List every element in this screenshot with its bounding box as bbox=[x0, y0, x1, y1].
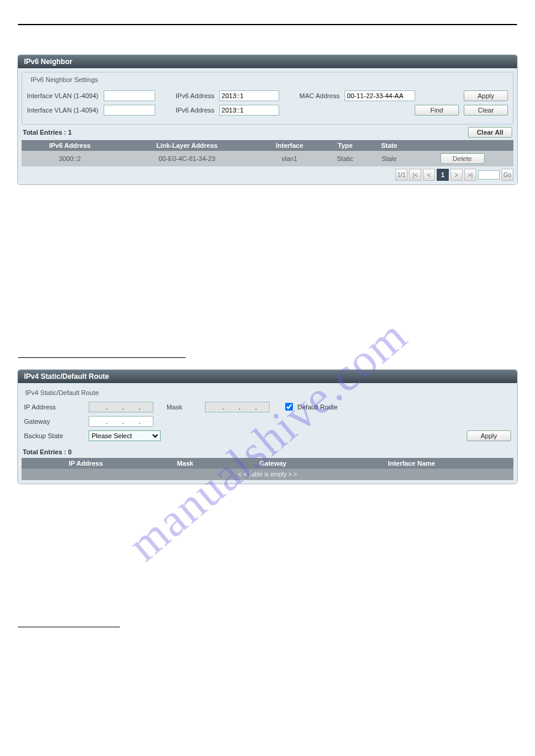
mask-label: Mask bbox=[167, 403, 182, 411]
section-underline-2 bbox=[18, 626, 120, 627]
th-if: Interface bbox=[256, 140, 323, 151]
mac-label: MAC Address bbox=[300, 92, 340, 99]
cell-ll: 00-E0-4C-81-34-23 bbox=[118, 151, 256, 166]
neighbor-table: IPv6 Address Link-Layer Address Interfac… bbox=[22, 140, 513, 166]
page-last-button[interactable]: >| bbox=[464, 169, 476, 181]
default-route-checkbox[interactable]: Default Route bbox=[283, 401, 337, 412]
apply-button-2[interactable]: Apply bbox=[467, 430, 511, 441]
vlan-input[interactable] bbox=[104, 90, 155, 101]
vlan-label-2: Interface VLAN (1-4094) bbox=[27, 107, 99, 114]
fieldset-title-2: IPv4 Static/Default Route bbox=[25, 389, 510, 396]
total-line-2: Total Entries : 0 bbox=[23, 448, 512, 456]
th-action bbox=[411, 140, 513, 151]
panel-body: IPv6 Neighbor Settings Interface VLAN (1… bbox=[18, 68, 517, 184]
cell-type: Static bbox=[323, 151, 367, 166]
ipv6-input[interactable] bbox=[219, 90, 279, 101]
gateway-input[interactable] bbox=[89, 416, 153, 427]
total-line: Total Entries : 1 Clear All bbox=[23, 127, 512, 138]
th-type: Type bbox=[323, 140, 367, 151]
total-entries-2: Total Entries : 0 bbox=[23, 448, 72, 456]
pagination: 1/1 |< < 1 > >| Go bbox=[22, 169, 513, 181]
delete-button[interactable]: Delete bbox=[440, 153, 485, 164]
clear-button[interactable]: Clear bbox=[464, 105, 508, 116]
default-route-checkbox-input[interactable] bbox=[285, 403, 293, 411]
vlan-label: Interface VLAN (1-4094) bbox=[27, 92, 99, 99]
page-go-button[interactable]: Go bbox=[501, 169, 513, 181]
page-current[interactable]: 1 bbox=[437, 169, 449, 181]
cell-ipv6: 3000::2 bbox=[22, 151, 118, 166]
backup-label: Backup State bbox=[24, 432, 84, 439]
page-info: 1/1 bbox=[395, 169, 407, 181]
mask-input[interactable] bbox=[205, 402, 270, 412]
empty-row: < < Table is empty > > bbox=[22, 469, 513, 480]
ip-input[interactable] bbox=[89, 402, 153, 412]
cell-action: Delete bbox=[411, 151, 513, 166]
th-gateway: Gateway bbox=[220, 458, 326, 469]
page-next-button[interactable]: > bbox=[451, 169, 463, 181]
vlan-input-2[interactable] bbox=[104, 105, 155, 116]
page-first-button[interactable]: |< bbox=[409, 169, 421, 181]
backup-select[interactable]: Please Select bbox=[89, 430, 161, 441]
ipv6-neighbor-fieldset: IPv6 Neighbor Settings Interface VLAN (1… bbox=[22, 72, 513, 125]
th-ip: IP Address bbox=[22, 458, 150, 469]
panel-title-2: IPv4 Static/Default Route bbox=[18, 370, 517, 383]
gateway-row: Gateway bbox=[24, 416, 511, 427]
panel-title: IPv6 Neighbor bbox=[18, 55, 517, 68]
top-rule bbox=[18, 24, 517, 25]
cell-state: Stale bbox=[367, 151, 411, 166]
th-ll: Link-Layer Address bbox=[118, 140, 256, 151]
route-table: IP Address Mask Gateway Interface Name <… bbox=[22, 458, 513, 480]
ipv6-label-2: IPv6 Address bbox=[176, 107, 214, 114]
page-prev-button[interactable]: < bbox=[423, 169, 435, 181]
backup-row: Backup State Please Select Apply bbox=[24, 430, 511, 441]
total-entries: Total Entries : 1 bbox=[23, 129, 72, 136]
ipv6-input-2[interactable] bbox=[219, 105, 279, 116]
gateway-label: Gateway bbox=[24, 418, 84, 425]
empty-cell: < < Table is empty > > bbox=[22, 469, 513, 480]
find-row: Interface VLAN (1-4094) IPv6 Address Fin… bbox=[27, 105, 508, 116]
ipv6-neighbor-panel: IPv6 Neighbor IPv6 Neighbor Settings Int… bbox=[18, 55, 517, 184]
panel-body-2: IPv4 Static/Default Route IP Address Mas… bbox=[18, 383, 517, 484]
add-row: Interface VLAN (1-4094) IPv6 Address MAC… bbox=[27, 90, 508, 101]
th-action-2 bbox=[498, 458, 513, 469]
th-state: State bbox=[367, 140, 411, 151]
ip-label: IP Address bbox=[24, 403, 84, 411]
table-row: 3000::2 00-E0-4C-81-34-23 vlan1 Static S… bbox=[22, 151, 513, 166]
ipv6-label: IPv6 Address bbox=[176, 92, 214, 99]
default-route-label: Default Route bbox=[297, 403, 337, 411]
mac-input[interactable] bbox=[344, 90, 415, 101]
fieldset-title: IPv6 Neighbor Settings bbox=[28, 76, 101, 83]
section-underline-1 bbox=[18, 357, 186, 358]
ip-row: IP Address Mask Default Route bbox=[24, 401, 511, 412]
th-mask: Mask bbox=[150, 458, 220, 469]
ipv4-static-route-panel: IPv4 Static/Default Route IPv4 Static/De… bbox=[18, 370, 517, 484]
ipv4-route-fieldset: IPv4 Static/Default Route IP Address Mas… bbox=[22, 387, 513, 446]
th-ifname: Interface Name bbox=[326, 458, 498, 469]
apply-button[interactable]: Apply bbox=[464, 90, 508, 101]
page-go-input[interactable] bbox=[478, 170, 500, 180]
th-ipv6: IPv6 Address bbox=[22, 140, 118, 151]
cell-if: vlan1 bbox=[256, 151, 323, 166]
find-button[interactable]: Find bbox=[415, 105, 459, 116]
clear-all-button[interactable]: Clear All bbox=[468, 127, 512, 138]
